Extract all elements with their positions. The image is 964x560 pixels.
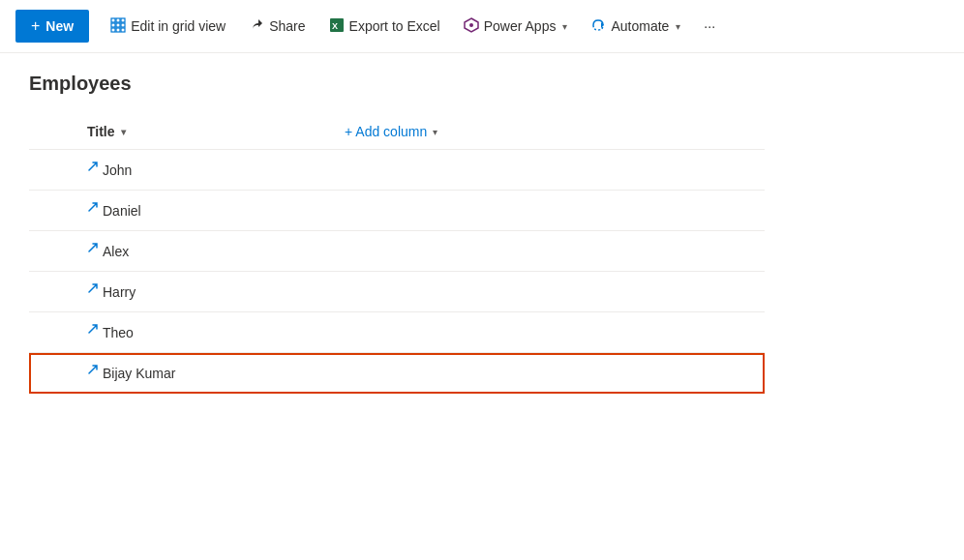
share-icon — [249, 17, 264, 36]
row-name: John — [103, 162, 132, 178]
title-column-sort-icon: ▾ — [121, 127, 126, 137]
list-item[interactable]: Daniel — [29, 191, 765, 231]
share-button[interactable]: Share — [239, 12, 315, 42]
svg-point-12 — [469, 23, 473, 27]
row-link-icon — [87, 282, 99, 297]
list-item[interactable]: Bijay Kumar — [29, 353, 765, 394]
plus-icon: + — [31, 17, 40, 35]
row-link-icon — [87, 201, 99, 216]
add-column-button[interactable]: + Add column ▾ — [339, 122, 443, 141]
svg-rect-4 — [116, 23, 120, 27]
export-excel-button[interactable]: X Export to Excel — [319, 12, 450, 42]
row-link-icon — [87, 242, 99, 256]
svg-rect-6 — [111, 28, 115, 32]
edit-grid-view-button[interactable]: Edit in grid view — [101, 12, 235, 42]
svg-text:X: X — [332, 21, 338, 31]
add-column-label: + Add column — [345, 124, 427, 139]
row-link-icon — [87, 364, 99, 378]
toolbar: + New Edit in grid view Share — [0, 0, 964, 53]
power-apps-label: Power Apps — [484, 18, 557, 34]
automate-chevron-icon: ▾ — [676, 21, 680, 32]
automate-label: Automate — [611, 18, 669, 34]
add-column-chevron-icon: ▾ — [433, 127, 437, 137]
svg-rect-0 — [111, 18, 115, 22]
svg-rect-3 — [111, 23, 115, 27]
share-label: Share — [269, 18, 305, 34]
new-button-label: New — [45, 18, 74, 34]
row-link-icon — [87, 161, 99, 175]
automate-button[interactable]: Automate ▾ — [581, 12, 690, 42]
row-link-icon — [87, 323, 99, 338]
svg-rect-8 — [121, 28, 125, 32]
list-item[interactable]: Harry — [29, 272, 765, 312]
automate-icon — [590, 17, 606, 36]
power-apps-icon — [464, 17, 479, 36]
svg-rect-2 — [121, 18, 125, 22]
list-rows: JohnDanielAlexHarryTheoBijay Kumar — [29, 150, 765, 394]
row-name: Daniel — [103, 203, 141, 219]
export-excel-label: Export to Excel — [349, 18, 440, 34]
more-options-icon: ··· — [704, 18, 715, 34]
row-name: Bijay Kumar — [103, 366, 175, 381]
row-name: Alex — [103, 244, 129, 259]
new-button[interactable]: + New — [15, 10, 89, 43]
list-item[interactable]: Alex — [29, 231, 765, 272]
list-header: Title ▾ + Add column ▾ — [29, 114, 765, 150]
excel-icon: X — [329, 17, 345, 36]
row-name: Theo — [103, 325, 134, 340]
page-title: Employees — [29, 73, 935, 95]
svg-rect-1 — [116, 18, 120, 22]
edit-grid-view-label: Edit in grid view — [131, 18, 226, 34]
grid-view-icon — [110, 17, 126, 36]
title-column-label: Title — [87, 124, 115, 139]
row-name: Harry — [103, 284, 136, 300]
list-item[interactable]: Theo — [29, 312, 765, 353]
list-item[interactable]: John — [29, 150, 765, 191]
more-options-button[interactable]: ··· — [694, 13, 725, 40]
svg-rect-7 — [116, 28, 120, 32]
power-apps-chevron-icon: ▾ — [562, 21, 567, 32]
svg-rect-5 — [121, 23, 125, 27]
title-column-header[interactable]: Title ▾ — [87, 124, 339, 139]
list-container: Title ▾ + Add column ▾ JohnDanielAlexHar… — [29, 114, 765, 394]
page-content: Employees Title ▾ + Add column ▾ JohnDan… — [0, 53, 964, 413]
power-apps-button[interactable]: Power Apps ▾ — [454, 12, 578, 42]
